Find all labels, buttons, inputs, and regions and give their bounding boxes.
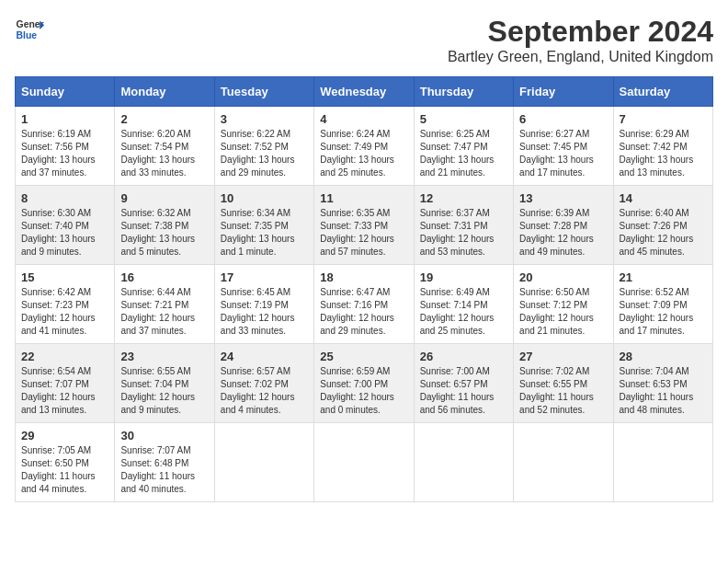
header: General Blue September 2024 Bartley Gree… [15,15,713,65]
table-row: 5 Sunrise: 6:25 AMSunset: 7:47 PMDayligh… [414,107,513,186]
day-number: 19 [420,270,507,284]
day-info: Sunrise: 6:55 AMSunset: 7:04 PMDaylight:… [120,366,195,415]
day-number: 17 [221,270,308,284]
table-row: 24 Sunrise: 6:57 AMSunset: 7:02 PMDaylig… [214,344,313,423]
day-info: Sunrise: 6:29 AMSunset: 7:42 PMDaylight:… [620,129,694,178]
table-row: 16 Sunrise: 6:44 AMSunset: 7:21 PMDaylig… [115,265,214,344]
day-number: 21 [620,270,707,284]
svg-text:Blue: Blue [17,30,38,40]
table-row: 8 Sunrise: 6:30 AMSunset: 7:40 PMDayligh… [16,186,115,265]
day-info: Sunrise: 6:19 AMSunset: 7:56 PMDaylight:… [21,129,96,178]
table-row: 4 Sunrise: 6:24 AMSunset: 7:49 PMDayligh… [314,107,414,186]
col-wednesday: Wednesday [314,77,414,107]
table-row: 22 Sunrise: 6:54 AMSunset: 7:07 PMDaylig… [16,344,115,423]
day-info: Sunrise: 6:37 AMSunset: 7:31 PMDaylight:… [420,208,495,257]
table-row: 2 Sunrise: 6:20 AMSunset: 7:54 PMDayligh… [115,107,214,186]
day-info: Sunrise: 6:50 AMSunset: 7:12 PMDaylight:… [519,287,594,336]
day-number: 9 [120,191,208,205]
table-row [414,423,513,502]
day-info: Sunrise: 7:07 AMSunset: 6:48 PMDaylight:… [120,445,195,494]
day-number: 16 [120,270,208,284]
day-number: 8 [21,191,108,205]
table-row: 9 Sunrise: 6:32 AMSunset: 7:38 PMDayligh… [115,186,214,265]
day-info: Sunrise: 7:04 AMSunset: 6:53 PMDaylight:… [620,366,694,415]
day-number: 1 [21,112,108,126]
day-info: Sunrise: 6:39 AMSunset: 7:28 PMDaylight:… [519,208,594,257]
day-number: 18 [320,270,407,284]
day-info: Sunrise: 6:25 AMSunset: 7:47 PMDaylight:… [420,129,495,178]
calendar-week-4: 22 Sunrise: 6:54 AMSunset: 7:07 PMDaylig… [16,344,713,423]
day-number: 7 [620,112,707,126]
day-info: Sunrise: 6:52 AMSunset: 7:09 PMDaylight:… [620,287,694,336]
table-row: 3 Sunrise: 6:22 AMSunset: 7:52 PMDayligh… [214,107,313,186]
calendar-week-3: 15 Sunrise: 6:42 AMSunset: 7:23 PMDaylig… [16,265,713,344]
logo: General Blue [15,15,44,44]
table-row: 10 Sunrise: 6:34 AMSunset: 7:35 PMDaylig… [214,186,313,265]
day-number: 10 [221,191,308,205]
day-number: 6 [519,112,607,126]
table-row: 25 Sunrise: 6:59 AMSunset: 7:00 PMDaylig… [314,344,414,423]
day-number: 13 [519,191,607,205]
logo-icon: General Blue [15,15,44,44]
page-title: September 2024 [448,15,713,49]
day-info: Sunrise: 6:34 AMSunset: 7:35 PMDaylight:… [221,208,295,257]
day-number: 11 [320,191,407,205]
day-number: 4 [320,112,407,126]
day-info: Sunrise: 6:30 AMSunset: 7:40 PMDaylight:… [21,208,96,257]
day-info: Sunrise: 6:45 AMSunset: 7:19 PMDaylight:… [221,287,295,336]
table-row: 15 Sunrise: 6:42 AMSunset: 7:23 PMDaylig… [16,265,115,344]
day-number: 14 [620,191,707,205]
day-info: Sunrise: 7:00 AMSunset: 6:57 PMDaylight:… [420,366,495,415]
day-number: 12 [420,191,507,205]
day-number: 3 [221,112,308,126]
day-info: Sunrise: 6:47 AMSunset: 7:16 PMDaylight:… [320,287,394,336]
title-area: September 2024 Bartley Green, England, U… [448,15,713,65]
day-number: 5 [420,112,507,126]
col-sunday: Sunday [16,77,115,107]
day-info: Sunrise: 6:40 AMSunset: 7:26 PMDaylight:… [620,208,694,257]
table-row: 11 Sunrise: 6:35 AMSunset: 7:33 PMDaylig… [314,186,414,265]
calendar-week-2: 8 Sunrise: 6:30 AMSunset: 7:40 PMDayligh… [16,186,713,265]
table-row: 13 Sunrise: 6:39 AMSunset: 7:28 PMDaylig… [514,186,613,265]
day-info: Sunrise: 6:32 AMSunset: 7:38 PMDaylight:… [120,208,195,257]
table-row [514,423,613,502]
day-info: Sunrise: 6:49 AMSunset: 7:14 PMDaylight:… [420,287,495,336]
calendar-table: Sunday Monday Tuesday Wednesday Thursday… [15,76,713,502]
day-info: Sunrise: 7:05 AMSunset: 6:50 PMDaylight:… [21,445,96,494]
table-row: 30 Sunrise: 7:07 AMSunset: 6:48 PMDaylig… [115,423,214,502]
day-number: 20 [519,270,607,284]
day-info: Sunrise: 6:22 AMSunset: 7:52 PMDaylight:… [221,129,295,178]
table-row: 14 Sunrise: 6:40 AMSunset: 7:26 PMDaylig… [613,186,712,265]
table-row: 28 Sunrise: 7:04 AMSunset: 6:53 PMDaylig… [613,344,712,423]
col-friday: Friday [514,77,613,107]
day-info: Sunrise: 6:27 AMSunset: 7:45 PMDaylight:… [519,129,594,178]
col-thursday: Thursday [414,77,513,107]
table-row: 20 Sunrise: 6:50 AMSunset: 7:12 PMDaylig… [514,265,613,344]
col-tuesday: Tuesday [214,77,313,107]
calendar-week-5: 29 Sunrise: 7:05 AMSunset: 6:50 PMDaylig… [16,423,713,502]
day-info: Sunrise: 6:57 AMSunset: 7:02 PMDaylight:… [221,366,295,415]
day-info: Sunrise: 6:44 AMSunset: 7:21 PMDaylight:… [120,287,195,336]
day-info: Sunrise: 6:20 AMSunset: 7:54 PMDaylight:… [120,129,195,178]
table-row: 1 Sunrise: 6:19 AMSunset: 7:56 PMDayligh… [16,107,115,186]
table-row: 26 Sunrise: 7:00 AMSunset: 6:57 PMDaylig… [414,344,513,423]
calendar-header-row: Sunday Monday Tuesday Wednesday Thursday… [16,77,713,107]
day-number: 30 [120,429,208,442]
table-row: 6 Sunrise: 6:27 AMSunset: 7:45 PMDayligh… [514,107,613,186]
table-row: 27 Sunrise: 7:02 AMSunset: 6:55 PMDaylig… [514,344,613,423]
table-row: 7 Sunrise: 6:29 AMSunset: 7:42 PMDayligh… [613,107,712,186]
table-row [214,423,313,502]
day-info: Sunrise: 7:02 AMSunset: 6:55 PMDaylight:… [519,366,594,415]
day-number: 15 [21,270,108,284]
table-row [613,423,712,502]
day-number: 2 [120,112,208,126]
day-number: 27 [519,350,607,363]
day-info: Sunrise: 6:59 AMSunset: 7:00 PMDaylight:… [320,366,394,415]
table-row [314,423,414,502]
table-row: 23 Sunrise: 6:55 AMSunset: 7:04 PMDaylig… [115,344,214,423]
day-info: Sunrise: 6:42 AMSunset: 7:23 PMDaylight:… [21,287,96,336]
day-info: Sunrise: 6:24 AMSunset: 7:49 PMDaylight:… [320,129,394,178]
table-row: 21 Sunrise: 6:52 AMSunset: 7:09 PMDaylig… [613,265,712,344]
day-number: 26 [420,350,507,363]
day-number: 25 [320,350,407,363]
